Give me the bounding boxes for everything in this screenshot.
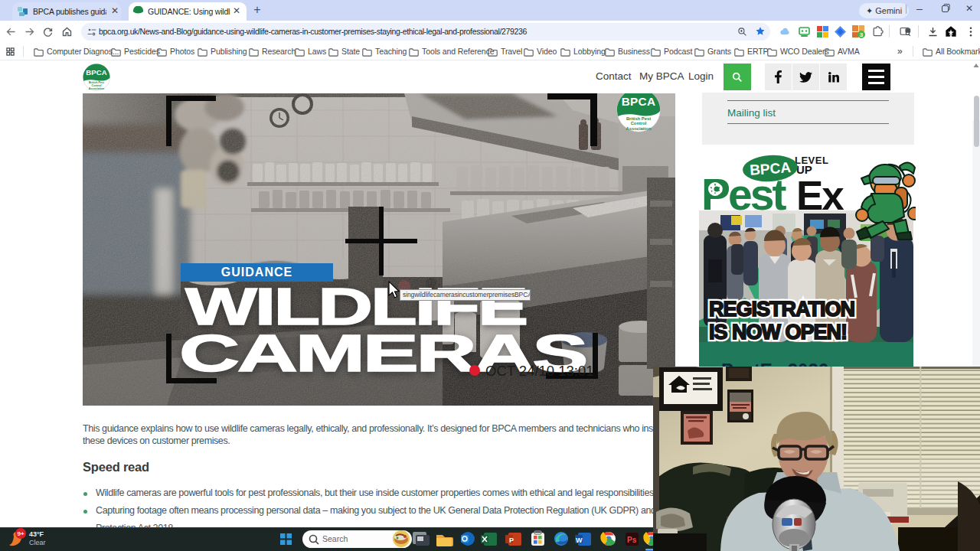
svg-text:BPCA: BPCA: [86, 68, 107, 77]
svg-text:IS NOW OPEN!: IS NOW OPEN!: [709, 321, 847, 344]
svg-text:Search: Search: [322, 534, 348, 543]
svg-text:Control: Control: [631, 121, 647, 126]
svg-text:BPCA: BPCA: [622, 95, 656, 108]
svg-text:REGISTRATION: REGISTRATION: [709, 298, 854, 321]
svg-text:9+: 9+: [17, 530, 24, 537]
svg-text:W: W: [576, 536, 583, 544]
svg-text:3: 3: [860, 31, 864, 38]
svg-text:Association: Association: [89, 87, 104, 90]
svg-text:British Pest: British Pest: [626, 116, 651, 121]
svg-text:Association: Association: [626, 126, 652, 131]
svg-text:Ps: Ps: [627, 536, 637, 544]
svg-text:Clear: Clear: [29, 539, 46, 546]
svg-text:43°F: 43°F: [29, 530, 44, 538]
svg-text:P: P: [509, 536, 514, 544]
